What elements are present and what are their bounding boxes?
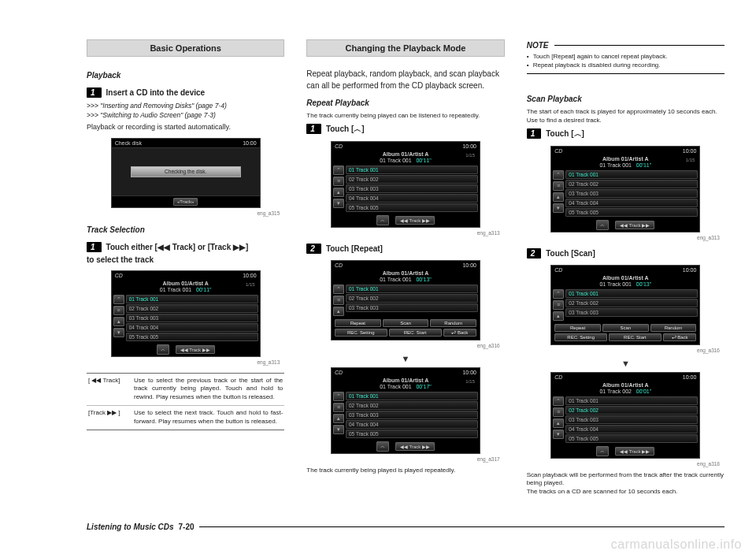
ss-track-row: 02 Track 002 [346,401,478,410]
ss-track-row: 05 Track 005 [346,203,478,212]
ss-track: 01 Track 001 [380,277,411,282]
ss-album: Album 01/Artist A [551,155,699,162]
ss-chevron-btn: ︿ [157,344,169,355]
screenshot-caption: eng_a313 [87,359,280,365]
note-rule [554,45,724,46]
step-text: Touch [︿] [546,128,584,140]
ss-track-row: 02 Track 002 [126,304,258,313]
footer-rule [199,526,724,527]
ss-album: Album 01/Artist A [332,151,480,158]
note-rule-bottom [527,73,724,82]
step-text-line2: to select the track [87,255,284,264]
section-header-playback-mode: Changing the Playback Mode [306,39,504,57]
ss-clock: 10:00 [243,273,257,278]
next-track-icon: ▶▶ [233,243,246,251]
prev-track-icon: ◀◀ [158,243,170,251]
ss-time: 00'13" [636,281,651,287]
ss-track-row: 02 Track 002 [565,406,698,415]
body-text: The start of each track is played for ap… [527,108,724,125]
down-arrow-icon: ▼ [306,354,504,363]
ss-foot-btn: «Track» [173,198,198,206]
ss-album: Album 01/Artist A [332,270,480,277]
ss-menu-rec-setting: REC. Setting [554,333,607,341]
ss-track-row: 04 Track 004 [346,420,478,429]
page-footer: Listening to Music CDs 7-20 [87,523,724,531]
subhead-repeat-playback: Repeat Playback [306,99,504,107]
ss-menu-scan: Scan [602,324,649,332]
ss-track-row: 01 Track 001 [565,170,698,179]
watermark-text: carmanualsonline.info [611,538,742,552]
screenshot-scan-menu: CD10:00 Album 01/Artist A 01 Track 001 0… [550,265,700,345]
ss-up-icon: ⌃ [113,295,124,304]
ss-clock: 10:00 [683,148,697,154]
section-header-basic-ops: Basic Operations [87,39,284,57]
ss-menu-random: Random [430,319,476,327]
ss-time: 00'17" [416,384,431,389]
ss-title-text: Check disk [115,140,142,146]
step-text: Touch [Scan] [546,249,595,258]
ss-track: 01 Track 001 [380,158,411,163]
ss-menu-repeat: Repeat [335,319,381,327]
ss-track: 01 Track 001 [599,281,631,287]
page-columns: Basic Operations Playback 1 Insert a CD … [87,39,724,497]
ss-menu-rec-start: REC. Start [609,333,662,341]
screenshot-caption: eng_a318 [527,461,720,467]
ss-track-row: 03 Track 003 [126,314,258,322]
ss-track-row: 01 Track 001 [346,392,478,400]
step-number-badge: 1 [306,124,321,134]
ss-menu-scan: Scan [383,319,429,327]
ss-track-count: 1/15 [465,379,475,384]
ss-down2-icon: ▾ [113,328,124,337]
step-number-badge: 1 [87,242,102,252]
ss-menu-back: ⮐ Back [663,333,696,341]
ss-track: 01 Track 001 [599,162,631,168]
ss-track-row: 03 Track 003 [346,184,478,193]
ss-track-row: 05 Track 005 [126,333,258,341]
definition-row: [ ◀◀ Track] Use to select the previous t… [87,374,284,406]
ss-menu-rec-start: REC. Start [389,329,442,337]
ss-track: 01 Track 002 [599,389,631,394]
step-touch-chevron-scan: 1 Touch [︿] [527,128,724,140]
note-heading: NOTE [527,41,549,50]
step-touch-chevron: 1 Touch [︿] [306,124,504,135]
ss-album: Album 01/Artist A [332,377,480,384]
screenshot-check-disk: Check disk 10:00 Checking the disk. «Tra… [111,138,261,208]
ss-source-label: CD [335,143,343,149]
chevron-up-icon: ︿ [574,129,582,138]
ss-track-row: 01 Track 001 [565,289,698,298]
screenshot-caption: eng_a313 [527,235,720,240]
ss-clock: 10:00 [462,370,476,375]
screenshot-caption: eng_a317 [306,456,499,462]
step-number-badge: 1 [527,128,542,139]
chevron-up-icon: ︿ [354,125,361,133]
ss-track-row: 03 Track 003 [565,308,698,317]
step-text: Touch [Repeat] [326,244,383,253]
footer-page: 7-20 [179,523,195,531]
definition-row: [Track ▶▶ ] Use to select the next track… [87,406,284,430]
ss-track-row: 02 Track 002 [346,175,478,184]
ss-clock: 10:00 [462,143,476,149]
ss-progress-bar: Checking the disk. [131,166,241,177]
screenshot-repeat-menu: CD10:00 Album 01/Artist A 01 Track 001 0… [331,260,480,340]
subhead-scan-playback: Scan Playback [527,95,724,103]
body-text: The tracks on a CD are scanned for 10 se… [527,488,724,497]
ss-album: Album 01/Artist A [112,280,260,287]
ss-track-count: 1/15 [686,158,695,162]
ss-clock: 10:00 [683,267,697,273]
ss-track-row: 01 Track 001 [565,396,698,405]
step-text: Insert a CD into the device [106,88,206,97]
body-text: Scan playback will be performed from the… [527,471,724,489]
screenshot-caption: eng_a316 [306,343,499,348]
body-text: Playback or recording is started automat… [87,122,284,132]
note-item: Repeat playback is disabled during recor… [527,61,724,70]
screenshot-scan-1: CD10:00 Album 01/Artist A 01 Track 001 0… [550,146,700,232]
cross-reference: >>> "Inserting and Removing Disks" (page… [87,102,284,110]
note-list: Touch [Repeat] again to cancel repeat pl… [527,53,724,70]
note-header-row: NOTE [527,41,724,50]
body-text: The track currently being played can be … [306,112,504,121]
screenshot-track-list: CD10:00 Album 01/Artist A 01 Track 001 0… [111,270,261,357]
body-text: The track currently being played is play… [306,467,504,475]
screenshot-repeat-result: CD10:00 Album 01/Artist A 01 Track 001 0… [331,367,480,454]
ss-track-row: 04 Track 004 [126,323,258,332]
ss-track-count: 1/15 [465,153,475,158]
